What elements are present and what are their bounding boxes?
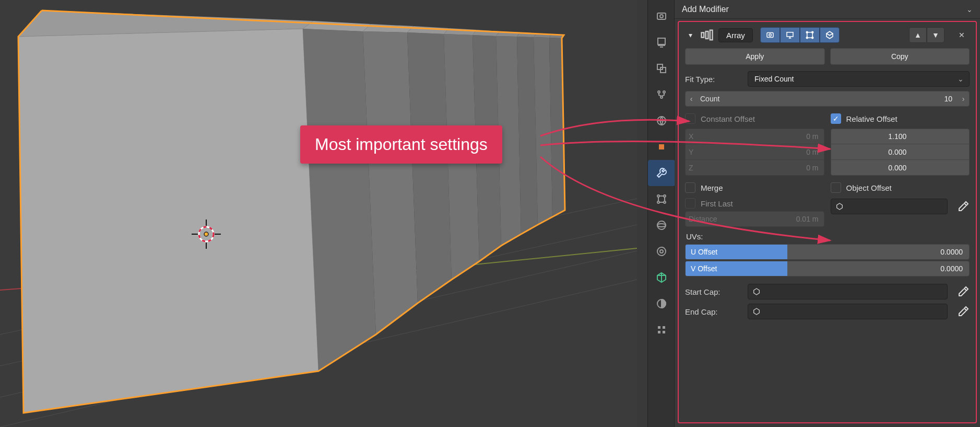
tab-mesh[interactable] [648, 264, 675, 291]
expand-toggle[interactable]: ▾ [685, 31, 695, 39]
svg-rect-59 [767, 33, 773, 38]
svg-rect-55 [663, 331, 665, 333]
tab-world[interactable] [648, 108, 675, 134]
tab-constraint[interactable] [648, 238, 675, 264]
object-offset-checkbox[interactable] [831, 182, 841, 193]
eyedropper-icon[interactable] [957, 200, 970, 213]
array-modifier-icon [700, 29, 714, 41]
remove-modifier-button[interactable]: ✕ [954, 27, 970, 43]
tab-scene[interactable] [648, 82, 675, 108]
tab-texture[interactable] [648, 317, 675, 343]
constant-offset-label: Constant Offset [701, 114, 755, 123]
svg-point-64 [812, 31, 813, 33]
svg-point-45 [657, 201, 659, 203]
properties-tab-strip [647, 0, 675, 427]
first-last-label: First Last [701, 199, 733, 208]
svg-point-66 [812, 37, 813, 39]
copy-button[interactable]: Copy [830, 48, 970, 65]
move-down-button[interactable]: ▼ [927, 27, 944, 43]
fit-type-select[interactable]: Fixed Count ⌄ [748, 71, 970, 87]
svg-rect-52 [658, 326, 660, 329]
decrement-icon[interactable]: ‹ [686, 95, 697, 103]
svg-point-60 [769, 34, 772, 37]
chevron-down-icon: ⌄ [958, 75, 964, 83]
relative-offset-z[interactable]: 0.000 [831, 160, 970, 176]
svg-rect-33 [657, 13, 666, 19]
svg-rect-53 [663, 326, 665, 329]
u-offset-slider[interactable]: U Offset 0.0000 [685, 244, 970, 260]
count-value: 10 [944, 95, 958, 103]
constant-offset-z[interactable]: Z0 m [685, 160, 824, 176]
apply-button[interactable]: Apply [685, 48, 825, 65]
svg-point-50 [657, 247, 666, 256]
modifier-name-field[interactable]: Array [718, 28, 753, 42]
tab-object[interactable] [648, 134, 675, 160]
object-icon [752, 307, 761, 316]
tab-viewlayer[interactable] [648, 55, 675, 82]
object-offset-target[interactable] [831, 199, 948, 214]
svg-marker-7 [18, 29, 318, 413]
tab-material[interactable] [648, 291, 675, 317]
svg-point-39 [663, 91, 665, 93]
viewport-3d[interactable] [0, 0, 637, 427]
tab-render[interactable] [648, 3, 675, 29]
start-cap-label: Start Cap: [685, 287, 742, 296]
svg-rect-61 [787, 32, 793, 37]
tab-output[interactable] [648, 29, 675, 55]
constant-offset-y[interactable]: Y0 m [685, 144, 824, 160]
svg-rect-42 [659, 144, 664, 149]
svg-point-44 [664, 195, 666, 197]
svg-point-43 [657, 195, 659, 197]
svg-rect-35 [658, 38, 665, 44]
tab-particle[interactable] [648, 186, 675, 212]
count-label: Count [697, 95, 719, 103]
svg-rect-58 [710, 30, 713, 40]
fit-type-value: Fixed Count [754, 75, 794, 83]
fit-type-label: Fit Type: [685, 75, 742, 84]
end-cap-label: End Cap: [685, 307, 742, 316]
object-icon [835, 202, 844, 211]
merge-checkbox[interactable] [685, 182, 695, 193]
tab-modifier[interactable] [648, 160, 675, 186]
svg-point-28 [204, 232, 208, 236]
svg-point-38 [658, 91, 660, 93]
v-offset-slider[interactable]: V Offset 0.0000 [685, 261, 970, 276]
eyedropper-icon[interactable] [957, 305, 970, 318]
first-last-checkbox[interactable] [685, 198, 695, 209]
chevron-down-icon: ⌄ [966, 5, 973, 14]
svg-point-63 [806, 31, 808, 33]
svg-point-46 [664, 201, 666, 203]
properties-panel: Add Modifier ⌄ ▾ Array ▲ ▼ ✕ Apply Copy [675, 0, 980, 427]
merge-label: Merge [701, 183, 723, 192]
end-cap-field[interactable] [748, 304, 948, 319]
relative-offset-x[interactable]: 1.100 [831, 129, 970, 144]
svg-rect-56 [702, 32, 704, 37]
constant-offset-checkbox[interactable] [685, 113, 695, 124]
add-modifier-dropdown[interactable]: Add Modifier ⌄ [675, 0, 980, 19]
svg-rect-54 [658, 331, 660, 333]
display-cage-toggle[interactable] [820, 27, 840, 43]
svg-point-34 [660, 15, 663, 18]
svg-point-65 [806, 37, 808, 39]
display-render-toggle[interactable] [760, 27, 780, 43]
move-up-button[interactable]: ▲ [909, 27, 927, 43]
display-editmode-toggle[interactable] [800, 27, 820, 43]
relative-offset-y[interactable]: 0.000 [831, 144, 970, 160]
merge-distance-field[interactable]: Distance 0.01 m [685, 211, 824, 227]
relative-offset-checkbox[interactable]: ✓ [831, 113, 841, 124]
increment-icon[interactable]: › [958, 95, 969, 103]
object-icon [752, 287, 761, 296]
constant-offset-x[interactable]: X0 m [685, 129, 824, 144]
svg-rect-57 [706, 31, 709, 39]
start-cap-field[interactable] [748, 284, 948, 299]
relative-offset-label: Relative Offset [846, 114, 898, 123]
eyedropper-icon[interactable] [957, 285, 970, 298]
object-offset-label: Object Offset [846, 183, 892, 192]
display-viewport-toggle[interactable] [780, 27, 800, 43]
add-modifier-label: Add Modifier [682, 5, 729, 14]
tab-physics[interactable] [648, 212, 675, 238]
uvs-label: UVs: [686, 232, 970, 241]
annotation-callout: Most important settings [300, 125, 502, 164]
svg-point-49 [660, 250, 663, 253]
count-field[interactable]: ‹ Count 10 › [685, 91, 970, 107]
